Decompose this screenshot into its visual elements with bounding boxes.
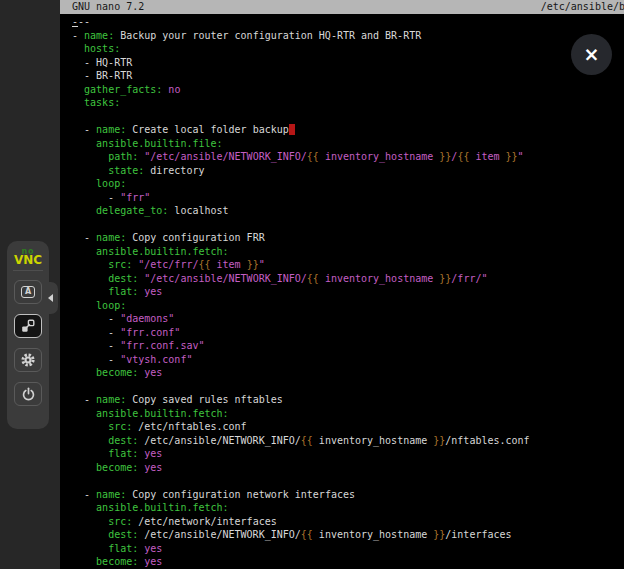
- code-token: -: [72, 354, 120, 365]
- code-token: inventory_hostname: [313, 435, 433, 446]
- code-token: [72, 43, 84, 54]
- code-token: "vtysh.conf": [120, 354, 192, 365]
- code-token: inventory_hostname: [313, 529, 433, 540]
- code-token: [72, 205, 96, 216]
- code-token: [72, 165, 108, 176]
- code-token: }}: [506, 151, 518, 162]
- code-token: flat:: [108, 286, 138, 297]
- code-line: dest: /etc/ansible/NETWORK_INFO/{{ inven…: [72, 528, 624, 542]
- code-token: }}: [439, 151, 451, 162]
- disconnect-button[interactable]: [14, 382, 42, 406]
- code-token: Copy configuration FRR: [126, 232, 264, 243]
- code-line: - name: Copy configuration network inter…: [72, 488, 624, 502]
- text-cursor: [289, 124, 295, 135]
- code-token: yes: [144, 543, 162, 554]
- code-line: - name: Backup your router configuration…: [72, 29, 624, 43]
- code-token: [72, 367, 96, 378]
- code-token: flat:: [108, 448, 138, 459]
- control-bar-handle[interactable]: [42, 282, 58, 314]
- terminal-window: GNU nano 7.2 /etc/ansible/b ---- name: B…: [60, 0, 624, 569]
- code-token: {{: [301, 435, 313, 446]
- fullscreen-button[interactable]: [14, 314, 42, 338]
- code-token: "frr": [120, 192, 150, 203]
- code-token: -: [72, 313, 120, 324]
- code-line: become: yes: [72, 555, 624, 569]
- code-token: ansible.builtin.file:: [96, 138, 222, 149]
- code-token: Copy saved rules nftables: [126, 394, 283, 405]
- code-token: /etc/nftables.conf: [132, 421, 246, 432]
- fullscreen-icon: [21, 319, 35, 333]
- code-token: /nftables.conf: [445, 435, 529, 446]
- code-token: loop:: [96, 300, 126, 311]
- code-token: [72, 502, 96, 513]
- code-line: ansible.builtin.fetch:: [72, 245, 624, 259]
- code-line: - name: Create local folder backup: [72, 123, 624, 137]
- code-line: - HQ-RTR: [72, 56, 624, 70]
- code-token: [72, 246, 96, 257]
- code-token: [72, 178, 96, 189]
- code-token: }}: [433, 529, 445, 540]
- code-token: "daemons": [120, 313, 174, 324]
- code-token: loop:: [96, 178, 126, 189]
- nano-version: GNU nano 7.2: [72, 0, 144, 14]
- code-line: tasks:: [72, 96, 624, 110]
- code-token: [72, 84, 84, 95]
- code-line: path: "/etc/ansible/NETWORK_INFO/{{ inve…: [72, 150, 624, 164]
- code-token: become:: [96, 462, 138, 473]
- code-token: -: [72, 232, 96, 243]
- code-line: [72, 218, 624, 232]
- code-token: yes: [144, 286, 162, 297]
- code-token: [72, 462, 96, 473]
- code-token: [72, 543, 108, 554]
- code-line: - "daemons": [72, 312, 624, 326]
- code-token: item: [469, 151, 505, 162]
- code-line: delegate_to: localhost: [72, 204, 624, 218]
- code-line: flat: yes: [72, 542, 624, 556]
- code-token: [72, 408, 96, 419]
- extra-keys-button[interactable]: A: [14, 280, 42, 304]
- code-line: flat: yes: [72, 447, 624, 461]
- novnc-viewport: no VNC A: [0, 0, 624, 569]
- code-line: ansible.builtin.file:: [72, 137, 624, 151]
- code-token: {{: [307, 151, 319, 162]
- code-token: -: [72, 30, 84, 41]
- vnc-control-panel: no VNC A: [7, 241, 49, 429]
- code-token: yes: [144, 448, 162, 459]
- code-token: [72, 300, 96, 311]
- code-token: [72, 286, 108, 297]
- code-line: loop:: [72, 299, 624, 313]
- code-token: flat:: [108, 543, 138, 554]
- code-line: ansible.builtin.fetch:: [72, 501, 624, 515]
- code-token: /etc/network/interfaces: [132, 516, 277, 527]
- code-token: yes: [144, 367, 162, 378]
- code-token: }}: [247, 259, 259, 270]
- code-token: [72, 516, 108, 527]
- code-token: {{: [198, 259, 210, 270]
- code-line: become: yes: [72, 461, 624, 475]
- code-token: - BR-RTR: [72, 70, 132, 81]
- code-token: ansible.builtin.fetch:: [96, 408, 228, 419]
- code-line: - name: Copy saved rules nftables: [72, 393, 624, 407]
- code-token: [72, 435, 108, 446]
- code-token: [72, 259, 108, 270]
- code-line: flat: yes: [72, 285, 624, 299]
- vnc-control-strip: no VNC A: [0, 0, 60, 569]
- code-token: name:: [84, 30, 114, 41]
- code-token: Backup your router configuration HQ-RTR …: [114, 30, 421, 41]
- code-line: hosts:: [72, 42, 624, 56]
- settings-button[interactable]: [14, 348, 42, 372]
- panel-divider: [13, 270, 43, 271]
- code-line: src: /etc/network/interfaces: [72, 515, 624, 529]
- novnc-logo: no VNC: [14, 248, 42, 264]
- code-token: -: [72, 192, 120, 203]
- editor-content[interactable]: ---- name: Backup your router configurat…: [60, 14, 624, 569]
- code-line: [72, 380, 624, 394]
- novnc-logo-bottom: VNC: [14, 256, 42, 264]
- code-token: - HQ-RTR: [72, 57, 132, 68]
- close-button[interactable]: ×: [571, 34, 612, 75]
- code-token: /etc/ansible/NETWORK_INFO/: [138, 529, 301, 540]
- code-token: name:: [96, 394, 126, 405]
- code-token: -: [72, 489, 96, 500]
- code-token: state:: [108, 165, 144, 176]
- code-token: inventory_hostname: [319, 151, 439, 162]
